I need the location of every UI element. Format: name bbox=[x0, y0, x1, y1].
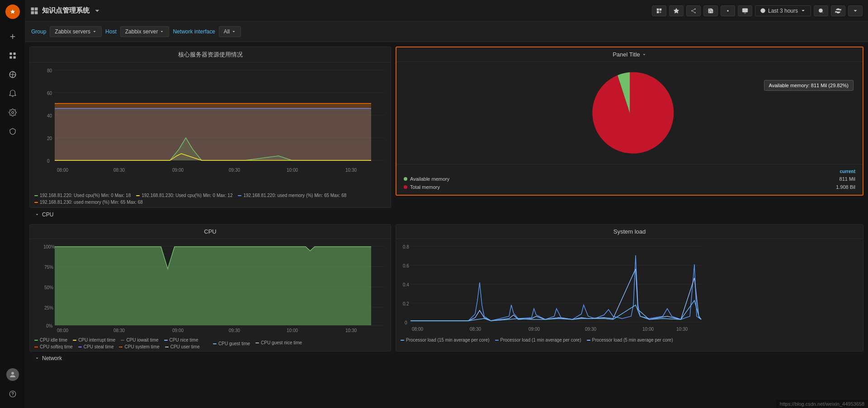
svg-text:0.6: 0.6 bbox=[403, 263, 409, 268]
svg-text:09:30: 09:30 bbox=[229, 328, 240, 332]
svg-text:10:30: 10:30 bbox=[676, 327, 688, 332]
sidebar-item-dashboards[interactable] bbox=[5, 47, 21, 64]
svg-text:80: 80 bbox=[47, 68, 52, 73]
add-panel-button[interactable] bbox=[652, 5, 666, 16]
host-filter-value: Zabbix server bbox=[125, 28, 158, 35]
svg-text:08:00: 08:00 bbox=[57, 328, 68, 332]
cpu-legend-steal: CPU steal time bbox=[78, 344, 114, 349]
legend-text-3: 192.168.81.220: used memory (%) Min: 65 … bbox=[243, 193, 346, 198]
cpu-legend-guest: CPU guest time bbox=[213, 339, 250, 348]
refresh-dropdown[interactable] bbox=[848, 5, 863, 16]
svg-text:0.2: 0.2 bbox=[403, 301, 409, 306]
save-button[interactable] bbox=[703, 5, 718, 16]
svg-text:75%: 75% bbox=[44, 265, 53, 270]
total-color-dot bbox=[404, 185, 407, 189]
pie-chart-title-text: Panel Title bbox=[613, 51, 640, 58]
svg-text:08:30: 08:30 bbox=[113, 168, 125, 173]
sidebar-item-help[interactable] bbox=[5, 386, 21, 402]
star-button[interactable] bbox=[669, 5, 684, 16]
svg-rect-10 bbox=[35, 7, 38, 10]
legend-text-1: 192.168.81.220: Used cpu(%) Min: 0 Max: … bbox=[40, 193, 131, 198]
pie-chart-svg bbox=[566, 68, 693, 158]
load-1-color bbox=[495, 340, 499, 341]
load-legend-5min: Processor load (5 min average per core) bbox=[587, 338, 673, 342]
svg-text:0: 0 bbox=[405, 320, 407, 325]
svg-rect-12 bbox=[35, 11, 38, 14]
svg-text:25%: 25% bbox=[44, 305, 53, 310]
legend-header-text: current bbox=[840, 169, 855, 174]
cpu-chart-title: CPU bbox=[30, 225, 391, 239]
system-load-panel: System load 0.8 0.6 0.4 0.2 0 bbox=[396, 224, 863, 352]
chevron-down-icon bbox=[642, 52, 646, 57]
svg-text:0%: 0% bbox=[46, 324, 53, 328]
main-chart-container: 80 60 40 20 0 bbox=[30, 63, 391, 191]
svg-point-17 bbox=[691, 10, 692, 11]
pie-chart-title-bar: Panel Title bbox=[396, 47, 863, 62]
main-chart-panel: 核心服务器资源使用情况 80 60 40 20 0 bbox=[29, 47, 391, 208]
tv-button[interactable] bbox=[738, 5, 752, 16]
sidebar-item-shield[interactable] bbox=[5, 123, 21, 140]
network-filter-label: Network interface bbox=[173, 28, 215, 35]
network-filter-value: All bbox=[224, 28, 230, 35]
svg-text:0: 0 bbox=[47, 159, 50, 164]
topbar-actions: Last 3 hours bbox=[652, 5, 863, 16]
cpu-section-label: CPU bbox=[42, 211, 53, 218]
app-title: 知识点管理系统 bbox=[30, 6, 101, 15]
sidebar-item-add[interactable] bbox=[5, 28, 21, 45]
legend-color-4 bbox=[34, 202, 38, 203]
svg-rect-11 bbox=[31, 11, 34, 14]
svg-text:0.8: 0.8 bbox=[403, 244, 409, 249]
settings-button[interactable] bbox=[721, 5, 735, 16]
svg-text:09:30: 09:30 bbox=[229, 168, 240, 173]
sidebar-item-config[interactable] bbox=[5, 104, 21, 121]
pie-chart-panel: Panel Title Available memory: 811 Mil (2… bbox=[396, 47, 863, 196]
available-label: Available memory bbox=[410, 176, 449, 182]
main-chart-title-text: 核心服务器资源使用情况 bbox=[178, 51, 243, 59]
search-icon bbox=[818, 8, 824, 14]
svg-text:40: 40 bbox=[47, 113, 52, 118]
svg-text:10:00: 10:00 bbox=[642, 327, 654, 332]
cpu-chart-legend: CPU idle time CPU interrupt time CPU iow… bbox=[30, 336, 391, 351]
main-content: 核心服务器资源使用情况 80 60 40 20 0 bbox=[25, 42, 868, 408]
sidebar-item-explore[interactable] bbox=[5, 66, 21, 83]
user-avatar[interactable] bbox=[6, 368, 19, 381]
cpu-title-text: CPU bbox=[204, 228, 216, 235]
network-filter-btn[interactable]: All bbox=[219, 26, 241, 37]
load-legend-1min: Processor load (1 min average per core) bbox=[495, 338, 581, 342]
network-section-header[interactable]: Network bbox=[29, 352, 863, 363]
cpu-section-header[interactable]: CPU bbox=[29, 208, 863, 220]
chevron-down-icon bbox=[852, 8, 859, 14]
share-button[interactable] bbox=[686, 5, 701, 16]
sidebar bbox=[0, 0, 25, 408]
cpu-legend-idle: CPU idle time bbox=[34, 338, 67, 342]
svg-text:08:00: 08:00 bbox=[57, 168, 68, 173]
svg-text:08:00: 08:00 bbox=[412, 327, 423, 332]
load-15-color bbox=[401, 340, 404, 341]
host-filter-btn[interactable]: Zabbix server bbox=[120, 26, 170, 37]
svg-point-16 bbox=[694, 8, 695, 9]
pie-chart-tooltip: Available memory: 811 Mil (29.82%) bbox=[764, 80, 854, 91]
refresh-icon bbox=[835, 8, 841, 14]
svg-rect-3 bbox=[9, 56, 12, 59]
pie-chart-area: Available memory: 811 Mil (29.82%) bbox=[396, 62, 863, 164]
sidebar-item-alerting[interactable] bbox=[5, 85, 21, 102]
time-range-picker[interactable]: Last 3 hours bbox=[755, 5, 811, 16]
search-button[interactable] bbox=[814, 5, 828, 16]
legend-item-3: 192.168.81.220: used memory (%) Min: 65 … bbox=[238, 193, 346, 198]
svg-rect-1 bbox=[9, 52, 12, 55]
cpu-legend-guest-nice: CPU guest nice time bbox=[255, 339, 302, 346]
svg-rect-4 bbox=[13, 56, 15, 59]
collapse-icon bbox=[35, 212, 39, 217]
group-filter-label: Group bbox=[31, 28, 46, 35]
legend-text-2: 192.168.81.230: Used cpu(%) Min: 0 Max: … bbox=[142, 193, 232, 198]
refresh-button[interactable] bbox=[831, 5, 845, 16]
app-logo[interactable] bbox=[5, 5, 20, 19]
chevron-down-icon bbox=[800, 8, 806, 14]
guest-color bbox=[213, 343, 217, 344]
pie-legend-total-left: Total memory bbox=[404, 184, 440, 190]
filterbar: Group Zabbix servers Host Zabbix server … bbox=[25, 22, 868, 42]
steal-color bbox=[78, 347, 82, 347]
available-value: 811 Mil bbox=[840, 176, 855, 182]
group-filter-btn[interactable]: Zabbix servers bbox=[50, 26, 102, 37]
cpu-chart-svg: 100% 75% 50% 25% 0% 08:00 08:3 bbox=[34, 242, 387, 332]
